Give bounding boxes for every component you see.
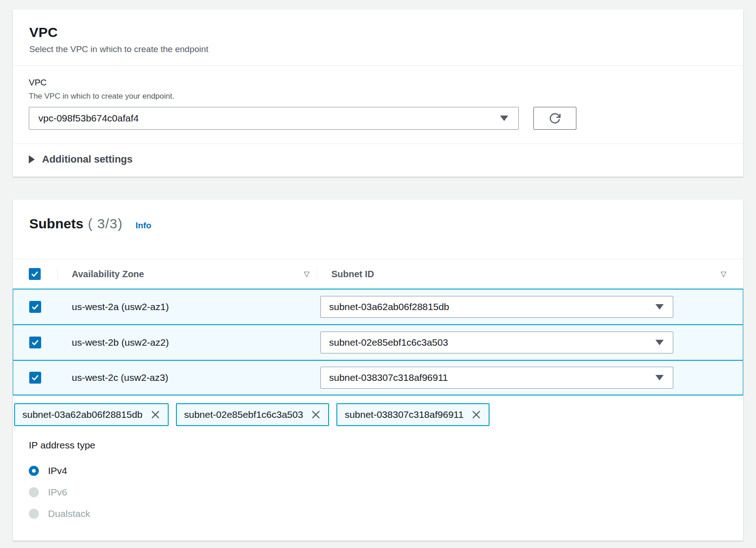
subnet-token-label: subnet-02e85ebf1c6c3a503 — [184, 409, 303, 420]
subnets-card: Subnets ( 3/3) Info Availability Zone ▽ … — [13, 200, 743, 541]
chevron-down-icon — [655, 340, 664, 345]
vpc-card-title: VPC — [29, 25, 727, 40]
availability-zone-value: us-west-2a (usw2-az1) — [58, 301, 317, 312]
radio-disabled-icon — [29, 509, 39, 519]
sort-filter-icon[interactable]: ▽ — [304, 270, 309, 278]
subnets-table-body: us-west-2a (usw2-az1) subnet-03a62ab06f2… — [13, 289, 743, 395]
vpc-select-value: vpc-098f53b674c0afaf4 — [38, 113, 139, 124]
subnets-card-header: Subnets ( 3/3) Info — [13, 200, 743, 259]
chevron-down-icon — [655, 375, 664, 380]
radio-option-label: Dualstack — [48, 508, 90, 519]
refresh-icon — [548, 112, 561, 125]
table-row[interactable]: us-west-2c (usw2-az3) subnet-038307c318a… — [13, 360, 743, 395]
close-icon — [150, 409, 161, 420]
subnet-token: subnet-038307c318af96911 — [336, 403, 490, 426]
radio-option-dualstack: Dualstack — [29, 503, 727, 524]
row-checkbox[interactable] — [29, 372, 41, 384]
subnet-id-value: subnet-03a62ab06f28815db — [329, 301, 449, 312]
chevron-down-icon — [655, 304, 664, 310]
table-row[interactable]: us-west-2b (usw2-az2) subnet-02e85ebf1c6… — [13, 324, 743, 360]
ip-address-type-label: IP address type — [29, 440, 727, 451]
vpc-select[interactable]: vpc-098f53b674c0afaf4 — [29, 107, 519, 130]
remove-token-button[interactable] — [150, 409, 161, 420]
refresh-button[interactable] — [533, 107, 576, 130]
column-header-subnet-id: Subnet ID — [331, 269, 374, 279]
subnet-token-label: subnet-03a62ab06f28815db — [22, 409, 143, 420]
radio-option-label: IPv6 — [48, 487, 67, 498]
check-icon — [31, 270, 39, 278]
column-header-availability-zone: Availability Zone — [72, 269, 144, 279]
vpc-card: VPC Select the VPC in which to create th… — [13, 10, 743, 177]
subnet-id-select[interactable]: subnet-03a62ab06f28815db — [320, 296, 673, 318]
table-row[interactable]: us-west-2a (usw2-az1) subnet-03a62ab06f2… — [13, 289, 743, 324]
sort-filter-icon[interactable]: ▽ — [721, 270, 726, 278]
vpc-field-label: VPC — [29, 78, 727, 88]
additional-settings-label: Additional settings — [42, 153, 133, 165]
subnet-id-select[interactable]: subnet-038307c318af96911 — [320, 367, 673, 389]
select-all-checkbox[interactable] — [29, 268, 41, 280]
row-checkbox[interactable] — [29, 301, 41, 313]
chevron-down-icon — [500, 116, 508, 121]
vpc-field-description: The VPC in which to create your endpoint… — [29, 92, 727, 101]
selected-subnet-tokens: subnet-03a62ab06f28815db subnet-02e85ebf… — [13, 395, 743, 426]
radio-option-ipv4[interactable]: IPv4 — [29, 460, 727, 481]
subnets-table-header: Availability Zone ▽ Subnet ID ▽ — [13, 259, 743, 289]
subnets-count: ( 3/3) — [88, 216, 122, 232]
subnet-token: subnet-03a62ab06f28815db — [14, 403, 169, 426]
subnets-title: Subnets — [29, 216, 83, 232]
subnet-id-value: subnet-038307c318af96911 — [329, 372, 448, 383]
info-link[interactable]: Info — [135, 221, 151, 231]
check-icon — [31, 338, 39, 347]
subnet-token: subnet-02e85ebf1c6c3a503 — [176, 403, 329, 426]
check-icon — [31, 303, 39, 311]
radio-option-label: IPv4 — [48, 465, 67, 476]
ip-address-type-section: IP address type IPv4 IPv6 Dualstack — [13, 426, 743, 524]
caret-right-icon — [29, 155, 35, 163]
remove-token-button[interactable] — [310, 409, 321, 420]
subnet-id-select[interactable]: subnet-02e85ebf1c6c3a503 — [320, 332, 673, 353]
check-icon — [31, 374, 39, 382]
row-checkbox[interactable] — [29, 337, 41, 348]
close-icon — [310, 409, 321, 420]
close-icon — [471, 409, 482, 420]
additional-settings-toggle[interactable]: Additional settings — [13, 144, 743, 177]
remove-token-button[interactable] — [471, 409, 482, 420]
radio-disabled-icon — [29, 487, 39, 497]
vpc-card-header: VPC Select the VPC in which to create th… — [13, 10, 743, 65]
availability-zone-value: us-west-2c (usw2-az3) — [58, 372, 317, 383]
ip-address-type-radio-group: IPv4 IPv6 Dualstack — [29, 460, 727, 524]
subnet-token-label: subnet-038307c318af96911 — [345, 409, 463, 420]
subnet-id-value: subnet-02e85ebf1c6c3a503 — [329, 337, 448, 348]
availability-zone-value: us-west-2b (usw2-az2) — [58, 337, 317, 348]
vpc-card-body: VPC The VPC in which to create your endp… — [13, 66, 743, 143]
vpc-card-subtitle: Select the VPC in which to create the en… — [29, 44, 727, 54]
radio-option-ipv6: IPv6 — [29, 481, 727, 503]
radio-selected-icon[interactable] — [29, 466, 39, 476]
